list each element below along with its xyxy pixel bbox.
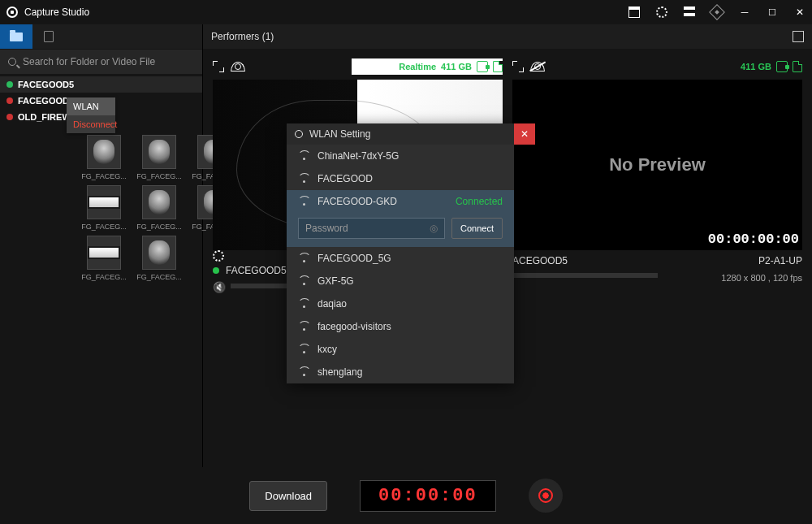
record-button[interactable]: [529, 479, 563, 513]
tab-file[interactable]: [32, 24, 65, 49]
preview-placeholder: No Preview 00:00:00:00: [512, 80, 802, 250]
window-maximize-icon[interactable]: [767, 6, 778, 18]
context-menu: WLAN Disconnect: [67, 97, 115, 133]
search-placeholder: Search for Folder or Video File: [23, 56, 155, 67]
preview-card-right: 411 GB No Preview 00:00:00:00 ACEGOOD5 P…: [512, 58, 802, 457]
wifi-icon: [298, 197, 309, 206]
wifi-network[interactable]: shenglang: [287, 361, 514, 383]
wifi-icon: [298, 254, 309, 262]
dialog-title: WLAN Setting: [309, 128, 370, 140]
status-dot-icon: [6, 97, 13, 104]
timecode: 00:00:00:00: [708, 232, 799, 247]
tab-folder[interactable]: [0, 24, 32, 49]
wifi-icon: [298, 345, 309, 353]
wifi-network[interactable]: GXF-5G: [287, 270, 514, 292]
title-bar: Capture Studio: [0, 0, 812, 24]
save-icon[interactable]: [477, 61, 488, 72]
wifi-network[interactable]: kxcy: [287, 338, 514, 361]
visibility-off-icon[interactable]: ◎: [430, 223, 438, 234]
preview-device-name: FACEGOOD5: [226, 265, 287, 276]
layout-icon[interactable]: [628, 6, 640, 18]
dialog-logo-icon: [295, 130, 303, 138]
folder-icon: [10, 32, 23, 41]
record-icon: [538, 488, 553, 503]
storage-label: 411 GB: [441, 62, 472, 71]
audio-level: [512, 273, 658, 278]
thumbnail[interactable]: FG_FACEG...: [80, 135, 128, 180]
window-minimize-icon[interactable]: [739, 6, 750, 18]
app-title: Capture Studio: [24, 6, 89, 18]
preview-device-name: ACEGOOD5: [512, 255, 568, 266]
password-input[interactable]: Password◎: [298, 218, 445, 239]
wifi-icon: [298, 323, 309, 331]
wifi-network[interactable]: FACEGOOD: [287, 167, 514, 190]
ctx-disconnect[interactable]: Disconnect: [67, 115, 115, 133]
wifi-network[interactable]: facegood-visitors: [287, 315, 514, 338]
search-icon: [8, 58, 16, 66]
device-item[interactable]: FACEGOOD5: [0, 76, 202, 93]
status-dot-icon: [6, 81, 13, 88]
record-timer: 00:00:00: [360, 480, 496, 512]
visibility-icon[interactable]: [231, 62, 245, 71]
save-icon[interactable]: [776, 61, 788, 72]
window-close-icon[interactable]: [794, 6, 806, 18]
connect-button[interactable]: Connect: [451, 218, 503, 239]
sidebar: Search for Folder or Video File FACEGOOD…: [0, 24, 203, 467]
sdcard-icon[interactable]: [493, 61, 503, 72]
expand-icon[interactable]: [512, 61, 524, 72]
realtime-label: Realtime: [399, 62, 436, 71]
pose-label: P2-A1-UP: [758, 255, 802, 266]
sdcard-icon[interactable]: [793, 61, 802, 72]
app-logo-icon: [6, 6, 18, 18]
connected-label: Connected: [456, 196, 503, 207]
popout-icon[interactable]: [793, 31, 804, 42]
wifi-icon: [298, 368, 309, 376]
download-button[interactable]: Download: [249, 481, 327, 511]
wifi-network[interactable]: ChinaNet-7dxY-5G: [287, 145, 514, 167]
file-icon: [44, 31, 54, 42]
storage-label: 411 GB: [741, 62, 771, 71]
visibility-off-icon[interactable]: [530, 62, 545, 71]
status-dot-icon: [213, 267, 219, 274]
thumbnail[interactable]: FG_FACEG...: [135, 135, 184, 180]
dialog-close-button[interactable]: ✕: [514, 123, 535, 145]
thumbnail[interactable]: FG_FACEG...: [80, 236, 128, 281]
wifi-network[interactable]: daqiao: [287, 292, 514, 315]
device-name: FACEGOOD5: [18, 96, 74, 106]
status-dot-icon: [6, 114, 13, 120]
wifi-icon: [298, 277, 309, 285]
wifi-icon: [298, 175, 309, 183]
thumbnail[interactable]: FG_FACEG...: [135, 185, 184, 231]
thumbnail[interactable]: FG_FACEG...: [80, 185, 128, 231]
expand-icon[interactable]: [213, 61, 224, 72]
wifi-icon: [298, 152, 309, 160]
thumbnail[interactable]: FG_FACEG...: [135, 236, 184, 281]
diamond-icon[interactable]: [709, 4, 725, 20]
bottom-bar: Download 00:00:00: [0, 467, 812, 524]
wifi-icon: [298, 300, 309, 308]
wifi-network[interactable]: FACEGOOD_5G: [287, 247, 514, 270]
ctx-wlan[interactable]: WLAN: [67, 97, 115, 115]
panel-icon[interactable]: [684, 6, 695, 18]
mute-icon[interactable]: [213, 281, 224, 291]
content-header: Performers (1): [211, 31, 274, 42]
resolution-label: 1280 x 800 , 120 fps: [721, 273, 802, 283]
device-name: FACEGOOD5: [18, 80, 74, 89]
wlan-dialog: ✕ WLAN Setting ChinaNet-7dxY-5G FACEGOOD…: [287, 123, 514, 383]
search-input[interactable]: Search for Folder or Video File: [0, 50, 202, 74]
wifi-network-selected[interactable]: FACEGOOD-GKDConnected: [287, 190, 514, 213]
settings-icon[interactable]: [656, 6, 667, 18]
